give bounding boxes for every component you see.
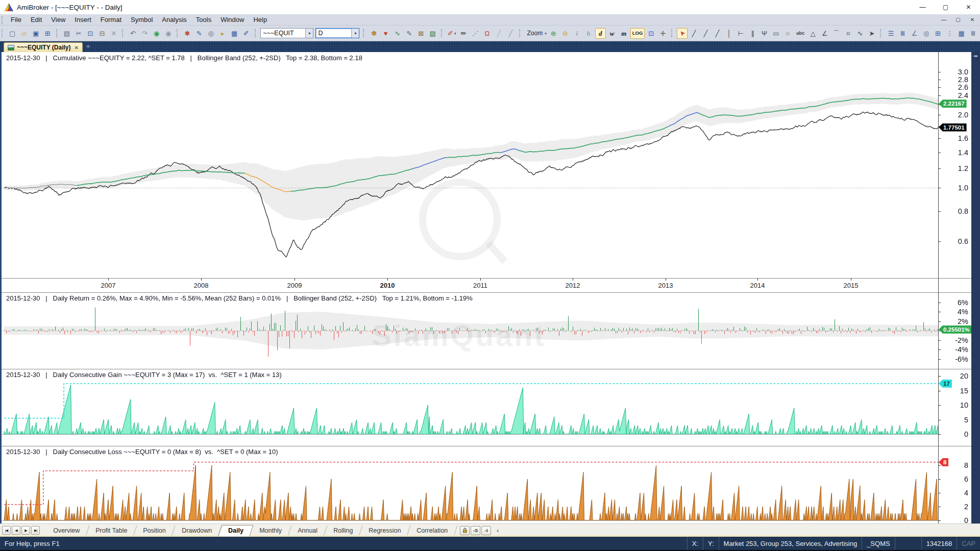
- toolbar-grip[interactable]: [671, 29, 673, 37]
- text-tool-button[interactable]: abc: [794, 28, 806, 39]
- hi-lo-button[interactable]: Ⅲ: [968, 28, 978, 39]
- account-monitor-button[interactable]: ▸: [217, 28, 228, 39]
- fib-spiral-button[interactable]: ◎: [921, 28, 932, 39]
- sheet-tab-rolling[interactable]: Rolling: [324, 525, 362, 536]
- web-research-button[interactable]: ◎: [206, 28, 216, 39]
- back-button[interactable]: ◉: [151, 28, 162, 39]
- symbol-dropdown-icon[interactable]: ▼: [305, 29, 313, 38]
- layer-list-button[interactable]: ⋮: [944, 28, 955, 39]
- undo-button[interactable]: ↶: [128, 28, 138, 39]
- pen-dotted-button[interactable]: ⋰: [470, 28, 481, 39]
- delete-button[interactable]: ✕: [108, 28, 119, 39]
- menu-item-edit[interactable]: Edit: [26, 15, 46, 24]
- highlight-color-button[interactable]: ✐▾: [447, 28, 457, 39]
- arrow-tool-button[interactable]: ➤: [866, 28, 877, 39]
- edit-chart-button[interactable]: ✎: [194, 28, 205, 39]
- pitchfork-button[interactable]: Ψ: [759, 28, 770, 39]
- sheet-first-button[interactable]: |◀: [2, 526, 11, 535]
- cut-button[interactable]: ✂: [73, 28, 84, 39]
- pen-black-button[interactable]: ✏: [458, 28, 469, 39]
- tab-close-icon[interactable]: ✕: [75, 45, 79, 51]
- interval-monthly-button[interactable]: m: [619, 28, 629, 39]
- menu-item-insert[interactable]: Insert: [70, 15, 96, 24]
- right-panel-strip[interactable]: ◂ ▸: [971, 52, 980, 523]
- zigzag-button[interactable]: ∿: [854, 28, 865, 39]
- column-layout-button[interactable]: Ⅲ: [897, 28, 908, 39]
- minimize-button[interactable]: —: [911, 0, 934, 14]
- mdi-minimize-button[interactable]: —: [937, 15, 950, 24]
- insert-wizard-button[interactable]: ✱: [182, 28, 193, 39]
- line-light-button[interactable]: ╱: [494, 28, 504, 39]
- interval-combobox[interactable]: D▼: [315, 28, 359, 38]
- sheet-prev-button[interactable]: ◀: [12, 526, 20, 535]
- copy-button[interactable]: ⊡: [85, 28, 95, 39]
- pane-divider[interactable]: [0, 369, 971, 369]
- tab-equity-daily[interactable]: ~~~EQUITY (Daily) ✕: [4, 42, 83, 52]
- close-button[interactable]: ✕: [957, 0, 980, 14]
- tab-move-icon[interactable]: ✛: [86, 43, 90, 50]
- interval-daily-button[interactable]: d: [595, 28, 606, 39]
- cycle-lines-button[interactable]: ⌗: [843, 28, 853, 39]
- toolbar-grip[interactable]: [363, 29, 365, 37]
- formula-editor-button[interactable]: ✐: [241, 28, 252, 39]
- crosshair-button[interactable]: ✛: [657, 28, 668, 39]
- toolbar-grip[interactable]: [56, 29, 58, 37]
- chart-area[interactable]: SiamQuant ◂ ▸ 2015-12-30 | Cumulative ~~…: [0, 52, 980, 523]
- pane-divider[interactable]: [0, 292, 971, 293]
- pane-divider[interactable]: [0, 446, 971, 446]
- sheet-tab-overview[interactable]: Overview: [44, 525, 90, 536]
- menu-item-analysis[interactable]: Analysis: [157, 15, 191, 24]
- ellipse-button[interactable]: ○: [782, 28, 793, 39]
- pane-divider[interactable]: [0, 278, 971, 279]
- paste-button[interactable]: ⊟: [96, 28, 107, 39]
- sheet-tab-annual[interactable]: Annual: [288, 525, 327, 536]
- sheet-tab-position[interactable]: Position: [134, 525, 176, 536]
- toolbar-grip[interactable]: [122, 29, 124, 37]
- log-scale-button[interactable]: LOG: [630, 28, 645, 39]
- triangle-button[interactable]: △: [807, 28, 818, 39]
- restore-button[interactable]: ▢: [934, 0, 957, 14]
- menu-item-window[interactable]: Window: [216, 15, 249, 24]
- gann-angle-button[interactable]: ∠: [819, 28, 830, 39]
- trend-line-button[interactable]: ╱: [689, 28, 699, 39]
- menu-item-help[interactable]: Help: [249, 15, 272, 24]
- line-light2-button[interactable]: ╱: [505, 28, 516, 39]
- zoom-in-button[interactable]: ⊕: [548, 28, 559, 39]
- sheet-tab-profit-table[interactable]: Profit Table: [86, 525, 137, 536]
- menu-item-file[interactable]: File: [6, 15, 26, 24]
- rectangle-button[interactable]: ▭: [771, 28, 781, 39]
- interval-hourly-button[interactable]: h: [583, 28, 594, 39]
- interval-tick-button[interactable]: i: [572, 28, 582, 39]
- arc-button[interactable]: ⌒: [831, 28, 842, 39]
- save-button[interactable]: ▣: [31, 28, 41, 39]
- toolbar-grip[interactable]: [519, 29, 521, 37]
- toolbar-grip[interactable]: [441, 29, 443, 37]
- gann-fan-button[interactable]: ∠: [909, 28, 920, 39]
- zoom-menu-button[interactable]: Zoom▾: [525, 28, 547, 39]
- vertical-line-button[interactable]: │: [724, 28, 734, 39]
- zoom-out-button[interactable]: ⊖: [560, 28, 571, 39]
- ray-line-button[interactable]: ╱: [700, 28, 711, 39]
- toolbar-grip[interactable]: [177, 29, 179, 37]
- quote-editor-button[interactable]: ▦: [229, 28, 240, 39]
- mdi-close-button[interactable]: ✕: [966, 15, 979, 24]
- data-table-button[interactable]: ▦: [956, 28, 967, 39]
- pane-2-canvas[interactable]: [0, 369, 938, 446]
- redo-button[interactable]: ↷: [139, 28, 150, 39]
- lock-icon[interactable]: [460, 526, 470, 535]
- favorites-button[interactable]: ♥: [380, 28, 391, 39]
- menu-item-tools[interactable]: Tools: [191, 15, 216, 24]
- sheet-tab-correlation[interactable]: Correlation: [407, 525, 458, 536]
- sheet-last-button[interactable]: ▶|: [31, 526, 40, 535]
- toolbar-grip[interactable]: [880, 29, 882, 37]
- segment-line-button[interactable]: ╱: [712, 28, 723, 39]
- tools-hammer-button[interactable]: ⊠: [415, 28, 426, 39]
- fib-grid-button[interactable]: ⊞: [933, 28, 943, 39]
- sheet-button-i[interactable]: -I: [481, 526, 491, 535]
- toolbar-grip[interactable]: [255, 29, 257, 37]
- sheet-tab-regression[interactable]: Regression: [359, 525, 410, 536]
- sheet-scroll-left[interactable]: ‹: [494, 527, 502, 534]
- sheet-tab-daily[interactable]: Daily: [218, 525, 253, 536]
- row-layout-button[interactable]: ☰: [886, 28, 896, 39]
- symbol-combobox[interactable]: ~~~EQUIT▼: [260, 28, 313, 38]
